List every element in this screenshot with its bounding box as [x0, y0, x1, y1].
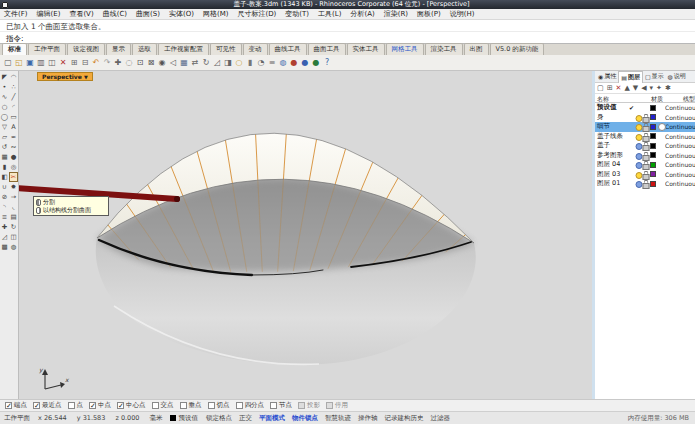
menu-item[interactable]: 尺寸标注(D): [237, 9, 276, 19]
layer-row[interactable]: 盖子 ✔ Continuous: [595, 141, 695, 151]
tool-icon[interactable]: ◎: [9, 162, 18, 172]
panel-tab[interactable]: ◍ 说明: [666, 71, 688, 82]
toolbar-icon[interactable]: ↻: [201, 57, 211, 69]
toolbar-icon[interactable]: ⇄: [190, 57, 200, 69]
layer-row[interactable]: 预设值 ✔ Continuous: [595, 103, 695, 113]
layer-bulb-icon[interactable]: [635, 132, 642, 141]
viewport-canvas[interactable]: y x: [19, 71, 592, 399]
toolbar-icon[interactable]: ⊞: [69, 57, 79, 69]
osnap-item[interactable]: 切点: [208, 401, 230, 410]
checkbox[interactable]: [270, 402, 277, 409]
layer-lock-icon[interactable]: [642, 179, 649, 188]
layer-toolbar-icon[interactable]: ✱: [665, 83, 671, 93]
layer-lock-icon[interactable]: [642, 141, 649, 150]
layer-toolbar-icon[interactable]: ✦: [656, 83, 662, 93]
tool-icon[interactable]: A: [9, 122, 18, 132]
toolbar-icon[interactable]: ≡: [267, 57, 277, 69]
layer-bulb-icon[interactable]: [635, 160, 642, 169]
toolbar-icon[interactable]: ◫: [47, 57, 57, 69]
layer-row[interactable]: 图层 03 ✔ Continuous: [595, 170, 695, 180]
layer-bulb-icon[interactable]: [635, 141, 642, 150]
layer-toolbar-icon[interactable]: ▲: [624, 83, 629, 93]
statusbar-toggle[interactable]: 锁定格点: [206, 414, 232, 422]
tool-icon[interactable]: ▽: [0, 122, 9, 132]
toolbar-tab[interactable]: 选取: [132, 43, 157, 55]
toolbar-icon[interactable]: ◁: [168, 57, 178, 69]
osnap-item[interactable]: 交点: [152, 401, 174, 410]
layer-toolbar-icon[interactable]: ⊞: [607, 83, 613, 93]
checkbox[interactable]: [298, 402, 305, 409]
tool-icon[interactable]: ↻: [9, 222, 18, 232]
menu-item[interactable]: 面板(P): [417, 9, 441, 19]
toolbar-tab[interactable]: 渲染工具: [425, 43, 463, 55]
tool-icon[interactable]: →: [9, 192, 18, 202]
layer-bulb-icon[interactable]: [635, 179, 642, 188]
panel-tab[interactable]: ◉ 属性: [596, 71, 618, 82]
layer-color-swatch[interactable]: [650, 143, 656, 149]
layer-color-swatch[interactable]: [650, 114, 656, 120]
layer-toolbar-icon[interactable]: ✕: [616, 83, 622, 93]
toolbar-icon[interactable]: ✕: [58, 57, 68, 69]
menu-item[interactable]: 曲面(S): [136, 9, 160, 19]
tool-icon[interactable]: ╱: [9, 92, 18, 102]
tool-icon[interactable]: ◠: [9, 72, 18, 82]
osnap-item[interactable]: 最近点: [33, 401, 62, 410]
tool-icon[interactable]: ∿: [0, 92, 9, 102]
layer-lock-icon[interactable]: [642, 122, 649, 131]
current-layer-indicator[interactable]: 预设值: [170, 414, 198, 423]
toolbar-icon[interactable]: ◔: [256, 57, 266, 69]
layer-bulb-icon[interactable]: [635, 170, 642, 179]
toolbar-icon[interactable]: ▣: [25, 57, 35, 69]
toolbar-icon[interactable]: ▮: [245, 57, 255, 69]
tool-icon[interactable]: ≈: [9, 132, 18, 142]
menu-item[interactable]: 工具(L): [318, 9, 341, 19]
toolbar-tab[interactable]: 出图: [464, 43, 489, 55]
toolbar-icon[interactable]: ↷: [102, 57, 112, 69]
menu-item[interactable]: 曲线(C): [103, 9, 127, 19]
tool-icon[interactable]: ◟: [9, 202, 18, 212]
menu-item[interactable]: 说明(H): [450, 9, 475, 19]
statusbar-toggle[interactable]: 智慧轨迹: [325, 414, 351, 422]
layer-lock-icon[interactable]: [642, 132, 649, 141]
toolbar-tab[interactable]: 实体工具: [347, 43, 385, 55]
layer-lock-icon[interactable]: [642, 151, 649, 160]
tool-icon[interactable]: ⊘: [0, 192, 9, 202]
layer-row[interactable]: 图层 04 ✔ Continuous: [595, 160, 695, 170]
tool-icon[interactable]: ◿: [0, 232, 9, 242]
osnap-item[interactable]: 节点: [270, 401, 292, 410]
toolbar-icon[interactable]: ◱: [14, 57, 24, 69]
osnap-item[interactable]: 中心点: [117, 401, 146, 410]
tool-icon[interactable]: ◤: [0, 72, 9, 82]
toolbar-icon[interactable]: ○: [234, 57, 244, 69]
menu-item[interactable]: 查看(V): [69, 9, 93, 19]
tool-icon[interactable]: ≡: [0, 212, 9, 222]
toolbar-tab[interactable]: 工作平面: [28, 43, 66, 55]
layer-row[interactable]: 参考图形 ✔ Continuous: [595, 151, 695, 161]
osnap-item[interactable]: 端点: [5, 401, 27, 410]
layer-color-swatch[interactable]: [650, 105, 656, 111]
toolbar-tab[interactable]: 变动: [243, 43, 268, 55]
tool-icon[interactable]: ▮: [0, 162, 9, 172]
toolbar-icon[interactable]: ◉: [157, 57, 167, 69]
tool-icon[interactable]: ◫: [9, 232, 18, 242]
osnap-item[interactable]: 垂点: [180, 401, 202, 410]
checkbox[interactable]: [152, 402, 159, 409]
toolbar-tab[interactable]: 可见性: [210, 43, 242, 55]
tool-icon[interactable]: ▩: [0, 242, 9, 252]
tool-icon[interactable]: ∾: [9, 142, 18, 152]
toolbar-icon[interactable]: ◍: [278, 57, 288, 69]
toolbar-icon[interactable]: ●: [300, 57, 310, 69]
layer-toolbar-icon[interactable]: ▾: [650, 83, 654, 93]
toolbar-tab[interactable]: 工作视窗配置: [158, 43, 209, 55]
checkbox[interactable]: [236, 402, 243, 409]
osnap-item[interactable]: 中点: [89, 401, 111, 410]
toolbar-tab[interactable]: V5.0 的新功能: [490, 43, 545, 55]
toolbar-tab[interactable]: 显示: [106, 43, 131, 55]
tool-icon[interactable]: ∪: [0, 182, 9, 192]
layer-row[interactable]: 图层 01 ✔ Continuous: [595, 179, 695, 189]
tool-icon[interactable]: ▤: [9, 212, 18, 222]
layer-toolbar-icon[interactable]: ▼: [633, 83, 638, 93]
toolbar-tab[interactable]: 曲面工具: [308, 43, 346, 55]
statusbar-toggle[interactable]: 过滤器: [430, 414, 450, 422]
layer-color-swatch[interactable]: [650, 133, 656, 139]
